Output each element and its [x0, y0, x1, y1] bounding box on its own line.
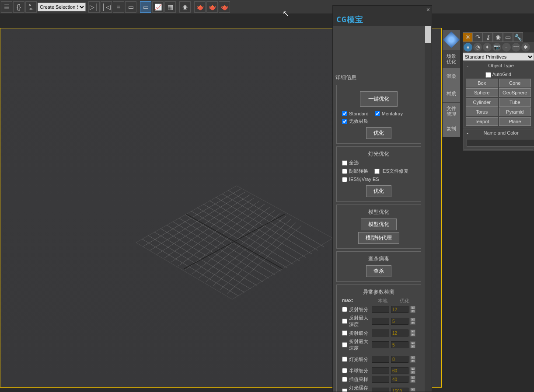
geometry-icon[interactable]: ● — [464, 43, 472, 52]
object-button-geosphere[interactable]: GeoSphere — [499, 88, 531, 97]
standard-checkbox[interactable]: Standard — [342, 111, 369, 116]
object-name-input[interactable] — [467, 139, 534, 147]
ies-to-vray-checkbox[interactable]: IES转VrayIES — [342, 176, 379, 183]
model-optimize-button[interactable]: 模型优化 — [361, 219, 397, 230]
param-checkbox[interactable] — [342, 357, 347, 362]
helpers-icon[interactable]: ▫ — [502, 43, 511, 52]
param-local-input[interactable] — [372, 376, 389, 383]
model-optimize-section: 模型优化 模型优化 模型转代理 — [336, 205, 421, 249]
spinner[interactable]: ▲▼ — [410, 376, 415, 383]
mirror-icon[interactable]: ▷│ — [88, 1, 100, 13]
nav-tab-1[interactable]: 渲染 — [443, 67, 460, 85]
render-setup-icon[interactable]: 🫖 — [194, 1, 206, 13]
tool-btn-1[interactable]: ☰ — [1, 1, 12, 13]
layer-icon[interactable]: ▭ — [125, 1, 136, 13]
schematic-icon[interactable]: ▦ — [164, 1, 176, 13]
create-tab-icon[interactable]: ✳ — [463, 32, 473, 42]
selection-set-dropdown[interactable]: Create Selection Se — [38, 3, 86, 11]
virus-scan-button[interactable]: 查杀 — [366, 265, 391, 277]
param-label: 半球细分 — [349, 368, 370, 374]
hierarchy-tab-icon[interactable]: ⚷ — [483, 32, 493, 42]
object-button-cylinder[interactable]: Cylinder — [466, 98, 498, 107]
object-button-tube[interactable]: Tube — [499, 98, 531, 107]
spinner[interactable]: ▲▼ — [410, 318, 415, 325]
display-tab-icon[interactable]: ▭ — [503, 32, 513, 42]
align-tool-icon[interactable]: ≡ — [113, 1, 124, 13]
object-button-torus[interactable]: Torus — [466, 108, 498, 116]
param-checkbox[interactable] — [342, 342, 347, 347]
param-checkbox[interactable] — [342, 389, 347, 392]
object-button-teapot[interactable]: Teapot — [466, 117, 498, 126]
curve-editor-icon[interactable]: ▭ — [140, 1, 151, 13]
param-local-input[interactable] — [372, 388, 389, 392]
param-local-input[interactable] — [372, 318, 389, 325]
spinner[interactable]: ▲▼ — [410, 306, 415, 313]
nav-tab-4[interactable]: 复制 — [443, 120, 460, 137]
render-frame-icon[interactable]: 🫖 — [206, 1, 218, 13]
object-button-plane[interactable]: Plane — [499, 117, 531, 126]
modify-tab-icon[interactable]: ↷ — [473, 32, 483, 42]
close-icon[interactable]: × — [426, 6, 430, 13]
align-icon[interactable]: │◁ — [101, 1, 112, 13]
systems-icon[interactable]: ✱ — [521, 43, 530, 52]
spinner[interactable]: ▲▼ — [410, 388, 415, 392]
param-local-input[interactable] — [372, 367, 389, 374]
select-all-checkbox[interactable]: 全选 — [342, 160, 359, 166]
cg-panel-titlebar[interactable]: × — [333, 6, 432, 14]
param-checkbox[interactable] — [342, 330, 347, 336]
lights-icon[interactable]: ✦ — [483, 43, 492, 52]
param-local-input[interactable] — [372, 330, 389, 336]
param-checkbox[interactable] — [342, 319, 347, 324]
graph-icon[interactable]: 📈 — [152, 1, 164, 13]
tool-btn-2[interactable]: {} — [13, 1, 24, 13]
invalid-material-checkbox[interactable]: 无效材质 — [342, 118, 368, 125]
primitives-dropdown[interactable]: Standard Primitives — [463, 53, 534, 61]
diamond-icon[interactable] — [443, 31, 460, 48]
motion-tab-icon[interactable]: ◉ — [493, 32, 503, 42]
render-icon[interactable]: 🫖 — [219, 1, 230, 13]
param-checkbox[interactable] — [342, 377, 347, 382]
param-opt-input[interactable] — [391, 367, 408, 374]
ies-repair-checkbox[interactable]: IES文件修复 — [374, 168, 408, 174]
nav-tab-3[interactable]: 文件管理 — [443, 102, 460, 120]
param-opt-input[interactable] — [391, 388, 408, 392]
spacewarps-icon[interactable]: 〰 — [512, 43, 520, 52]
object-button-pyramid[interactable]: Pyramid — [499, 108, 531, 116]
object-button-cone[interactable]: Cone — [499, 79, 531, 87]
one-key-optimize-button[interactable]: 一键优化 — [360, 91, 398, 107]
abnormal-params-section: 异常参数检测 max: 本地 优化 反射细分▲▼反射最大深度▲▼折射细分▲▼折射… — [336, 284, 421, 392]
shapes-icon[interactable]: ◔ — [473, 43, 482, 52]
optimize-button-1[interactable]: 优化 — [366, 127, 391, 139]
cameras-icon[interactable]: 📷 — [492, 43, 501, 52]
param-opt-input[interactable] — [391, 306, 408, 313]
nav-tab-2[interactable]: 材质 — [443, 85, 460, 102]
object-button-box[interactable]: Box — [466, 79, 498, 87]
shadow-convert-checkbox[interactable]: 阴影转换 — [342, 168, 368, 174]
param-local-input[interactable] — [372, 306, 389, 313]
param-opt-input[interactable] — [391, 376, 408, 383]
param-opt-input[interactable] — [391, 356, 408, 363]
grid-plane — [132, 181, 337, 304]
utilities-tab-icon[interactable]: 🔧 — [513, 32, 523, 42]
spinner[interactable]: ▲▼ — [410, 356, 415, 363]
command-panel: ✳ ↷ ⚷ ◉ ▭ 🔧 ● ◔ ✦ 📷 ▫ 〰 ✱ Standard Primi… — [463, 32, 534, 151]
autogrid-checkbox[interactable]: AutoGrid — [466, 71, 531, 79]
param-local-input[interactable] — [372, 356, 389, 363]
object-button-sphere[interactable]: Sphere — [466, 88, 498, 97]
nav-tab-0[interactable]: 场景优化 — [443, 50, 460, 67]
param-checkbox[interactable] — [342, 307, 347, 312]
param-opt-input[interactable] — [391, 330, 408, 336]
scrollbar[interactable] — [425, 26, 432, 392]
spinner[interactable]: ▲▼ — [410, 330, 415, 336]
spinner[interactable]: ▲▼ — [410, 341, 415, 348]
param-local-input[interactable] — [372, 341, 389, 348]
param-checkbox[interactable] — [342, 368, 347, 373]
optimize-button-2[interactable]: 优化 — [366, 185, 391, 197]
material-editor-icon[interactable]: ◉ — [179, 1, 191, 13]
spinner[interactable]: ▲▼ — [410, 367, 415, 374]
param-opt-input[interactable] — [391, 341, 408, 348]
mentalray-checkbox[interactable]: Mentalray — [375, 111, 403, 116]
tool-btn-abc[interactable]: ABC — [25, 1, 37, 13]
model-to-proxy-button[interactable]: 模型转代理 — [358, 232, 399, 244]
param-opt-input[interactable] — [391, 318, 408, 325]
